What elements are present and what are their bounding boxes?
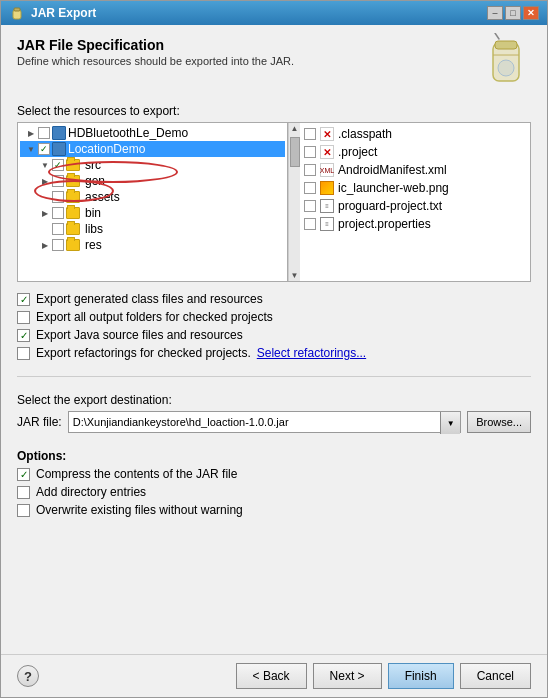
jar-file-label: JAR file:	[17, 415, 62, 429]
checkbox-res[interactable]	[52, 239, 64, 251]
checkbox-properties[interactable]	[304, 218, 316, 230]
file-item-ic-launcher[interactable]: ic_launcher-web.png	[304, 179, 526, 197]
close-button[interactable]: ✕	[523, 6, 539, 20]
options-section-label: Options:	[17, 449, 531, 463]
file-item-proguard[interactable]: ≡ proguard-project.txt	[304, 197, 526, 215]
checkbox-classpath[interactable]	[304, 128, 316, 140]
tree-item-libs[interactable]: libs	[20, 221, 285, 237]
export-refactorings-row[interactable]: Export refactorings for checked projects…	[17, 346, 531, 360]
expand-arrow-location[interactable]	[26, 144, 36, 154]
title-bar: JAR Export – □ ✕	[1, 1, 547, 25]
cancel-button[interactable]: Cancel	[460, 663, 531, 689]
checkbox-hd-bluetooth[interactable]	[38, 127, 50, 139]
folder-icon-gen	[66, 175, 80, 187]
expand-arrow-bin[interactable]	[40, 208, 50, 218]
resources-section: Select the resources to export: HDBlueto…	[17, 104, 531, 282]
checkbox-project[interactable]	[304, 146, 316, 158]
checkbox-libs[interactable]	[52, 223, 64, 235]
file-item-project[interactable]: ✕ .project	[304, 143, 526, 161]
export-refactorings-label: Export refactorings for checked projects…	[36, 346, 251, 360]
tree-label-assets: assets	[85, 190, 120, 204]
files-panel: ✕ .classpath ✕ .project XML AndroidManif…	[300, 123, 530, 281]
window-title: JAR Export	[31, 6, 96, 20]
x-icon-classpath: ✕	[320, 127, 334, 141]
add-dir-row[interactable]: Add directory entries	[17, 485, 531, 499]
checkbox-location[interactable]	[38, 143, 50, 155]
folder-icon-res	[66, 239, 80, 251]
checkbox-src[interactable]	[52, 159, 64, 171]
checkbox-gen[interactable]	[52, 175, 64, 187]
overwrite-label: Overwrite existing files without warning	[36, 503, 243, 517]
txt-icon-properties: ≡	[320, 217, 334, 231]
back-button[interactable]: < Back	[236, 663, 307, 689]
x-icon-project: ✕	[320, 145, 334, 159]
destination-row: JAR file: ▼ Browse...	[17, 411, 531, 433]
tree-item-src[interactable]: src	[20, 157, 285, 173]
checkbox-manifest[interactable]	[304, 164, 316, 176]
checkbox-proguard[interactable]	[304, 200, 316, 212]
expand-arrow-src[interactable]	[40, 160, 50, 170]
minimize-button[interactable]: –	[487, 6, 503, 20]
jar-path-input[interactable]	[69, 412, 440, 432]
file-item-properties[interactable]: ≡ project.properties	[304, 215, 526, 233]
tree-label-gen: gen	[85, 174, 105, 188]
file-label-classpath: .classpath	[338, 127, 392, 141]
tree-label-bin: bin	[85, 206, 101, 220]
file-label-manifest: AndroidManifest.xml	[338, 163, 447, 177]
tree-item-location-demo[interactable]: LocationDemo	[20, 141, 285, 157]
img-icon-ic-launcher	[320, 181, 334, 195]
tree-item-assets[interactable]: assets	[20, 189, 285, 205]
export-options-area: Export generated class files and resourc…	[17, 292, 531, 360]
jar-path-input-wrap[interactable]: ▼	[68, 411, 461, 433]
export-output-row[interactable]: Export all output folders for checked pr…	[17, 310, 531, 324]
dialog-title: JAR File Specification	[17, 37, 294, 53]
select-refactorings-link[interactable]: Select refactorings...	[257, 346, 366, 360]
export-source-row[interactable]: Export Java source files and resources	[17, 328, 531, 342]
dropdown-arrow[interactable]: ▼	[440, 412, 460, 434]
checkbox-compress[interactable]	[17, 468, 30, 481]
checkbox-add-dir[interactable]	[17, 486, 30, 499]
next-button[interactable]: Next >	[313, 663, 382, 689]
finish-button[interactable]: Finish	[388, 663, 454, 689]
checkbox-export-source[interactable]	[17, 329, 30, 342]
tree-scrollbar[interactable]: ▲ ▼	[288, 123, 300, 281]
export-class-label: Export generated class files and resourc…	[36, 292, 263, 306]
txt-icon-proguard: ≡	[320, 199, 334, 213]
tree-label-hd-bluetooth: HDBluetoothLe_Demo	[68, 126, 188, 140]
tree-item-res[interactable]: res	[20, 237, 285, 253]
compress-row[interactable]: Compress the contents of the JAR file	[17, 467, 531, 481]
expand-arrow-hd-bluetooth[interactable]	[26, 128, 36, 138]
file-label-ic-launcher: ic_launcher-web.png	[338, 181, 449, 195]
checkbox-ic-launcher[interactable]	[304, 182, 316, 194]
svg-rect-3	[495, 41, 517, 49]
file-item-classpath[interactable]: ✕ .classpath	[304, 125, 526, 143]
dialog-subtitle: Define which resources should be exporte…	[17, 55, 294, 67]
scroll-up[interactable]: ▲	[291, 124, 299, 133]
tree-item-gen[interactable]: gen	[20, 173, 285, 189]
file-item-manifest[interactable]: XML AndroidManifest.xml	[304, 161, 526, 179]
scroll-down[interactable]: ▼	[291, 271, 299, 280]
tree-item-hd-bluetooth[interactable]: HDBluetoothLe_Demo	[20, 125, 285, 141]
file-label-proguard: proguard-project.txt	[338, 199, 442, 213]
xml-icon-manifest: XML	[320, 163, 334, 177]
tree-panel[interactable]: HDBluetoothLe_Demo LocationDemo	[18, 123, 288, 281]
checkbox-bin[interactable]	[52, 207, 64, 219]
tree-item-bin[interactable]: bin	[20, 205, 285, 221]
maximize-button[interactable]: □	[505, 6, 521, 20]
checkbox-export-refactorings[interactable]	[17, 347, 30, 360]
browse-button[interactable]: Browse...	[467, 411, 531, 433]
expand-arrow-gen[interactable]	[40, 176, 50, 186]
project-icon-hd	[52, 126, 66, 140]
scroll-thumb[interactable]	[290, 137, 300, 167]
tree-label-res: res	[85, 238, 102, 252]
checkbox-assets[interactable]	[52, 191, 64, 203]
expand-arrow-res[interactable]	[40, 240, 50, 250]
checkbox-overwrite[interactable]	[17, 504, 30, 517]
help-button[interactable]: ?	[17, 665, 39, 687]
overwrite-row[interactable]: Overwrite existing files without warning	[17, 503, 531, 517]
checkbox-export-class[interactable]	[17, 293, 30, 306]
svg-rect-1	[14, 8, 20, 11]
file-label-properties: project.properties	[338, 217, 431, 231]
export-class-row[interactable]: Export generated class files and resourc…	[17, 292, 531, 306]
checkbox-export-output[interactable]	[17, 311, 30, 324]
